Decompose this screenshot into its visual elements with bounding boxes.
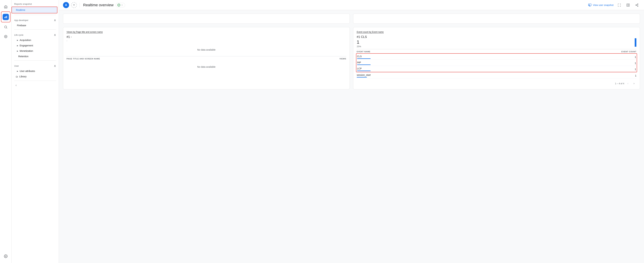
events-percent: 25% (357, 45, 367, 48)
sidebar-divider-4 (14, 80, 56, 81)
compare-icon[interactable] (625, 2, 631, 8)
event-row-session-start: session_start 1 (357, 72, 636, 78)
highlighted-event-rows: CLS 1 INP 1 LCP (356, 53, 637, 72)
event-bar-lcp (357, 70, 370, 71)
views-card: Views by Page title and screen name #1 -… (63, 27, 350, 89)
event-row-inp: INP 1 (357, 60, 636, 66)
event-bar-inp (357, 64, 370, 65)
event-count-lcp: 1 (635, 68, 636, 70)
event-name-inp: INP (357, 61, 370, 65)
sidebar-item-retention[interactable]: Retention (12, 54, 59, 59)
svg-point-13 (638, 6, 638, 6)
user-attributes-label: User attributes (20, 70, 35, 72)
pagination-label: 1 – 4 of 4 (615, 82, 624, 85)
status-badge[interactable] (116, 3, 125, 7)
svg-point-3 (4, 26, 6, 28)
view-user-snapshot-button[interactable]: View user snapshot (588, 4, 614, 7)
svg-rect-9 (627, 4, 628, 6)
app-developer-label: App developer (14, 19, 28, 22)
event-count-cls: 1 (635, 56, 636, 58)
svg-point-8 (589, 4, 590, 5)
svg-point-12 (636, 4, 636, 6)
sidebar-collapse-btn[interactable]: ‹ (12, 82, 59, 88)
svg-rect-10 (628, 4, 630, 6)
settings-nav-icon[interactable] (2, 252, 10, 260)
top-bar: A + Realtime overview View user snapshot (59, 0, 644, 10)
user-label: User (14, 65, 19, 67)
svg-point-11 (638, 4, 638, 4)
svg-point-5 (5, 36, 6, 37)
views-table-header: PAGE TITLE AND SCREEN NAME VIEWS (66, 56, 346, 60)
events-rank-area: #1 CLS 1 25% (357, 35, 636, 49)
chart-bar-1 (635, 38, 636, 47)
lifecycle-label: Life cycle (14, 34, 23, 36)
events-bar-chart (635, 36, 636, 47)
sidebar-item-library[interactable]: 🗂 Library (12, 74, 59, 79)
svg-line-15 (636, 4, 638, 5)
acquisition-label: Acquisition (20, 39, 31, 42)
svg-point-4 (4, 35, 7, 38)
sidebar-header: Reports snapshot (12, 0, 59, 6)
svg-point-6 (5, 256, 6, 257)
svg-line-14 (636, 5, 638, 6)
event-bar-session (357, 77, 367, 78)
sidebar-item-user-attributes[interactable]: ▶ User attributes (12, 68, 59, 74)
library-label: Library (19, 75, 26, 78)
next-page-button[interactable]: › (632, 81, 636, 86)
views-sub-value: - (66, 40, 346, 42)
event-count-session: 1 (635, 74, 636, 77)
top-bar-actions: View user snapshot (588, 2, 640, 8)
tag-nav-icon[interactable] (2, 32, 10, 40)
page-title: Realtime overview (83, 3, 114, 7)
reports-icon-box (3, 14, 9, 20)
sidebar-item-monetization[interactable]: ▶ Monetization (12, 48, 59, 54)
event-bar-cls (357, 58, 370, 59)
sidebar-item-firebase[interactable]: Firebase (12, 23, 59, 28)
reports-nav-wrapper (1, 12, 10, 22)
firebase-label: Firebase (17, 24, 26, 27)
event-name-lcp: LCP (357, 67, 370, 71)
sidebar-section-user[interactable]: User ∧ (12, 62, 59, 68)
views-title-link[interactable]: Page title and screen name (76, 31, 102, 33)
svg-rect-2 (6, 16, 7, 18)
views-card-title: Views by Page title and screen name (66, 31, 346, 33)
sidebar-section-app-developer[interactable]: App developer ∧ (12, 16, 59, 23)
sidebar-section-lifecycle[interactable]: Life cycle ∧ (12, 31, 59, 38)
monetization-label: Monetization (20, 50, 33, 52)
pagination-row: 1 – 4 of 4 ‹ › (357, 81, 636, 86)
sidebar-realtime-label: Realtime (16, 9, 25, 11)
content-area: Views by Page title and screen name #1 -… (59, 10, 644, 263)
event-name-session: session_start (357, 74, 370, 78)
events-count-value: 1 (357, 40, 367, 45)
sidebar-item-engagement[interactable]: ▶ Engagement (12, 43, 59, 48)
engagement-label: Engagement (20, 44, 33, 47)
views-no-data-top: No data available (66, 43, 346, 56)
reports-nav-icon[interactable] (2, 13, 10, 21)
event-row-lcp: LCP 1 (357, 66, 636, 72)
sidebar-item-acquisition[interactable]: ▶ Acquisition (12, 38, 59, 43)
sidebar-item-realtime[interactable]: Realtime (12, 6, 58, 13)
main-cards-row: Views by Page title and screen name #1 -… (63, 27, 640, 89)
status-green-dot (118, 4, 120, 6)
main-content: A + Realtime overview View user snapshot (59, 0, 644, 263)
share-icon[interactable] (634, 2, 640, 8)
top-divider (80, 3, 80, 8)
add-property-button[interactable]: + (71, 2, 77, 8)
sidebar-divider-1 (14, 15, 56, 15)
views-col-name-header: PAGE TITLE AND SCREEN NAME (66, 58, 100, 60)
events-title-link[interactable]: Event name (372, 31, 384, 33)
events-rank: #1 CLS (357, 35, 367, 39)
home-nav-icon[interactable] (2, 3, 10, 11)
events-card-title: Event count by Event name (357, 31, 636, 33)
fullscreen-icon[interactable] (616, 2, 622, 8)
search-nav-icon[interactable] (2, 23, 10, 31)
events-col-count-header: EVENT COUNT (621, 50, 636, 53)
event-name-cls: CLS (357, 55, 370, 59)
retention-label: Retention (18, 55, 28, 58)
avatar[interactable]: A (63, 2, 69, 8)
prev-page-button[interactable]: ‹ (626, 81, 630, 86)
svg-rect-0 (4, 17, 5, 18)
chevron-up-icon-3: ∧ (54, 64, 56, 68)
stub-cards-row (63, 14, 640, 24)
event-count-inp: 1 (635, 62, 636, 64)
